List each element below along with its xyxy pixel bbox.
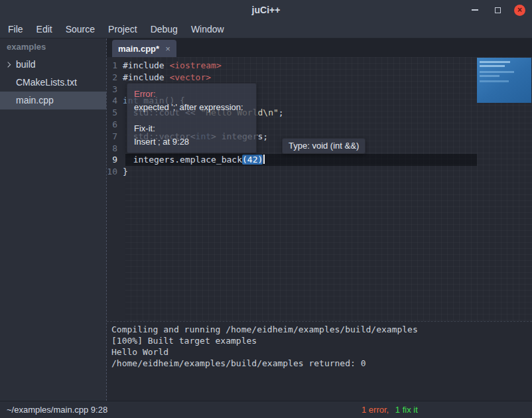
output-terminal[interactable]: Compiling and running /home/eidheim/exam… bbox=[107, 321, 532, 401]
code-line-9[interactable]: 9 integers.emplace_back(42) bbox=[107, 154, 532, 166]
minimize-button[interactable] bbox=[469, 4, 481, 16]
minimize-icon bbox=[472, 9, 478, 11]
type-tooltip: Type: void (int &&) bbox=[282, 138, 366, 154]
code-token: #include bbox=[123, 72, 169, 82]
restore-icon bbox=[495, 7, 501, 13]
status-diagnostics: 1 error, 1 fix it bbox=[362, 405, 418, 415]
minimap-line bbox=[480, 65, 505, 67]
main-area: examples buildCMakeLists.txtmain.cpp mai… bbox=[0, 38, 532, 401]
terminal-line: Hello World bbox=[111, 346, 527, 358]
code-token: } bbox=[123, 167, 128, 176]
file-tree: buildCMakeLists.txtmain.cpp bbox=[0, 56, 106, 109]
line-number: 6 bbox=[107, 119, 123, 131]
restore-button[interactable] bbox=[492, 4, 503, 16]
titlebar[interactable]: juCi++ × bbox=[0, 0, 532, 20]
chevron-right-icon bbox=[5, 62, 11, 67]
line-number: 2 bbox=[107, 72, 123, 84]
menu-file[interactable]: File bbox=[1, 24, 30, 35]
project-name: examples bbox=[0, 38, 106, 56]
line-number: 5 bbox=[107, 107, 123, 119]
error-count: 1 error, bbox=[362, 405, 389, 415]
menu-window[interactable]: Window bbox=[184, 24, 231, 35]
minimap[interactable] bbox=[477, 58, 531, 103]
fixit-tooltip-title: Fix-it: bbox=[134, 122, 249, 135]
status-file-location: ~/examples/main.cpp 9:28 bbox=[7, 405, 107, 415]
code-token: integers.emplace_back bbox=[123, 155, 242, 165]
menu-source[interactable]: Source bbox=[59, 24, 101, 35]
sidebar: examples buildCMakeLists.txtmain.cpp bbox=[0, 38, 106, 401]
fixit-tooltip-text: Insert ; at 9:28 bbox=[134, 135, 249, 149]
error-tooltip-title: Error: bbox=[134, 88, 249, 101]
sidebar-item-cmakelists-txt[interactable]: CMakeLists.txt bbox=[0, 74, 106, 92]
window-title: juCi++ bbox=[252, 5, 281, 15]
line-number: 4 bbox=[107, 95, 123, 107]
menubar: FileEditSourceProjectDebugWindow bbox=[0, 20, 532, 38]
sidebar-item-build[interactable]: build bbox=[0, 56, 106, 74]
terminal-line: Compiling and running /home/eidheim/exam… bbox=[111, 324, 527, 335]
minimap-line bbox=[480, 80, 509, 82]
statusbar: ~/examples/main.cpp 9:28 1 error, 1 fix … bbox=[0, 401, 532, 418]
terminal-line: /home/eidheim/examples/build/examples re… bbox=[111, 358, 527, 369]
tab-label: main.cpp* bbox=[118, 44, 159, 54]
fixit-count: 1 fix it bbox=[395, 405, 418, 415]
menu-edit[interactable]: Edit bbox=[30, 24, 59, 35]
code-line-1[interactable]: 1#include <iostream> bbox=[107, 60, 532, 72]
file-label: CMakeLists.txt bbox=[16, 77, 77, 88]
minimap-line bbox=[480, 71, 514, 73]
error-tooltip: Error: expected ';' after expression: Fi… bbox=[127, 83, 257, 153]
minimap-line bbox=[480, 61, 510, 63]
line-number: 3 bbox=[107, 84, 123, 96]
menu-debug[interactable]: Debug bbox=[144, 24, 184, 35]
window-controls: × bbox=[469, 0, 525, 20]
editor-pane: main.cpp* × 1#include <iostream>2#includ… bbox=[106, 38, 532, 401]
code-token: <iostream> bbox=[169, 60, 221, 70]
line-number: 7 bbox=[107, 131, 123, 143]
code-token: <vector> bbox=[169, 72, 211, 82]
tab-main-cpp[interactable]: main.cpp* × bbox=[112, 40, 176, 57]
code-editor[interactable]: 1#include <iostream>2#include <vector>34… bbox=[107, 57, 532, 321]
error-tooltip-message: expected ';' after expression: bbox=[134, 101, 249, 114]
line-number: 10 bbox=[107, 166, 123, 178]
tab-close-icon[interactable]: × bbox=[165, 44, 170, 54]
code-token: ; bbox=[279, 107, 284, 117]
text-cursor bbox=[263, 155, 265, 164]
tabbar: main.cpp* × bbox=[107, 38, 532, 57]
minimap-line bbox=[480, 75, 499, 77]
file-label: build bbox=[16, 59, 36, 70]
line-number: 1 bbox=[107, 60, 123, 72]
terminal-line: [100%] Built target examples bbox=[111, 335, 527, 346]
menu-project[interactable]: Project bbox=[101, 24, 144, 35]
line-number: 8 bbox=[107, 143, 123, 155]
code-line-10[interactable]: 10} bbox=[107, 166, 532, 178]
code-token: #include bbox=[123, 60, 169, 70]
line-number: 9 bbox=[107, 154, 123, 166]
close-button[interactable]: × bbox=[514, 5, 525, 16]
sidebar-item-main-cpp[interactable]: main.cpp bbox=[0, 92, 106, 109]
juci-window: juCi++ × FileEditSourceProjectDebugWindo… bbox=[0, 0, 532, 418]
code-token: (42) bbox=[242, 155, 263, 165]
code-line-2[interactable]: 2#include <vector> bbox=[107, 72, 532, 84]
file-label: main.cpp bbox=[16, 95, 54, 105]
tooltip-spacer bbox=[134, 114, 249, 122]
